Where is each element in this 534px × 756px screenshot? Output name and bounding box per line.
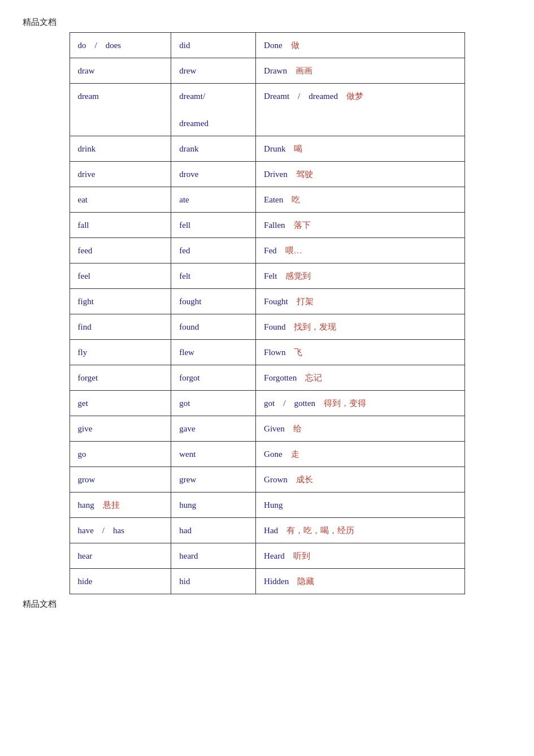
table-row: dreamdreamt/dreamedDreamt / dreamed 做梦	[70, 84, 464, 136]
table-row: forgetforgotForgotten 忘记	[70, 365, 464, 391]
cell-participle: got / gotten 得到，变得	[256, 391, 464, 416]
table-row: hearheardHeard 听到	[70, 543, 464, 569]
table-row: findfoundFound 找到，发现	[70, 314, 464, 340]
cell-base: do / does	[70, 33, 171, 58]
cell-base: get	[70, 391, 171, 416]
cell-participle: Forgotten 忘记	[256, 365, 464, 391]
cell-participle: Heard 听到	[256, 543, 464, 569]
watermark-bottom: 精品文档	[23, 599, 57, 610]
cell-participle: Fought 打架	[256, 289, 464, 314]
table-row: growgrewGrown 成长	[70, 467, 464, 493]
cell-past: went	[171, 442, 256, 467]
cell-participle: Hidden 隐藏	[256, 569, 464, 594]
cell-participle: Flown 飞	[256, 340, 464, 365]
cell-base: grow	[70, 467, 171, 493]
table-row: do / doesdidDone 做	[70, 33, 464, 58]
table-row: givegaveGiven 给	[70, 416, 464, 442]
table-row: feedfedFed 喂…	[70, 238, 464, 263]
cell-past: found	[171, 314, 256, 340]
cell-base: hear	[70, 543, 171, 569]
cell-participle: Driven 驾驶	[256, 162, 464, 187]
table-row: drawdrewDrawn 画画	[70, 58, 464, 84]
table-row: fallfellFallen 落下	[70, 213, 464, 238]
cell-past: drew	[171, 58, 256, 84]
cell-past: fell	[171, 213, 256, 238]
watermark-top: 精品文档	[23, 17, 57, 28]
table-row: eatateEaten 吃	[70, 187, 464, 213]
cell-base: give	[70, 416, 171, 442]
verb-table: do / doesdidDone 做drawdrewDrawn 画画dreamd…	[70, 32, 465, 594]
table-row: feelfeltFelt 感觉到	[70, 263, 464, 289]
cell-past: felt	[171, 263, 256, 289]
cell-base: find	[70, 314, 171, 340]
cell-participle: Done 做	[256, 33, 464, 58]
cell-past: fought	[171, 289, 256, 314]
table-row: drivedroveDriven 驾驶	[70, 162, 464, 187]
cell-base: hide	[70, 569, 171, 594]
table-row: fightfoughtFought 打架	[70, 289, 464, 314]
table-row: getgotgot / gotten 得到，变得	[70, 391, 464, 416]
cell-base: have / has	[70, 518, 171, 543]
cell-base: fly	[70, 340, 171, 365]
cell-past: gave	[171, 416, 256, 442]
cell-participle: Drunk 喝	[256, 136, 464, 162]
cell-participle: Fallen 落下	[256, 213, 464, 238]
cell-participle: Given 给	[256, 416, 464, 442]
cell-base: fight	[70, 289, 171, 314]
cell-past: fed	[171, 238, 256, 263]
cell-participle: Grown 成长	[256, 467, 464, 493]
table-row: flyflewFlown 飞	[70, 340, 464, 365]
cell-base: drink	[70, 136, 171, 162]
cell-participle: Had 有，吃，喝，经历	[256, 518, 464, 543]
cell-past: got	[171, 391, 256, 416]
cell-past: heard	[171, 543, 256, 569]
cell-past: hung	[171, 493, 256, 518]
table-row: gowentGone 走	[70, 442, 464, 467]
table-row: hidehidHidden 隐藏	[70, 569, 464, 594]
cell-base: hang 悬挂	[70, 493, 171, 518]
cell-base: forget	[70, 365, 171, 391]
cell-past: grew	[171, 467, 256, 493]
cell-past: ate	[171, 187, 256, 213]
cell-base: go	[70, 442, 171, 467]
cell-participle: Drawn 画画	[256, 58, 464, 84]
cell-base: feel	[70, 263, 171, 289]
cell-participle: Fed 喂…	[256, 238, 464, 263]
table-row: have / hashadHad 有，吃，喝，经历	[70, 518, 464, 543]
table-row: drinkdrankDrunk 喝	[70, 136, 464, 162]
cell-participle: Felt 感觉到	[256, 263, 464, 289]
cell-past: drove	[171, 162, 256, 187]
table-row: hang 悬挂hungHung	[70, 493, 464, 518]
cell-base: drive	[70, 162, 171, 187]
cell-past: flew	[171, 340, 256, 365]
cell-base: draw	[70, 58, 171, 84]
cell-base: eat	[70, 187, 171, 213]
cell-past: did	[171, 33, 256, 58]
cell-participle: Found 找到，发现	[256, 314, 464, 340]
cell-base: dream	[70, 84, 171, 136]
cell-past: forgot	[171, 365, 256, 391]
cell-base: feed	[70, 238, 171, 263]
cell-past: drank	[171, 136, 256, 162]
cell-participle: Dreamt / dreamed 做梦	[256, 84, 464, 136]
cell-past: dreamt/dreamed	[171, 84, 256, 136]
cell-base: fall	[70, 213, 171, 238]
cell-past: had	[171, 518, 256, 543]
cell-participle: Eaten 吃	[256, 187, 464, 213]
cell-participle: Gone 走	[256, 442, 464, 467]
cell-past: hid	[171, 569, 256, 594]
cell-participle: Hung	[256, 493, 464, 518]
